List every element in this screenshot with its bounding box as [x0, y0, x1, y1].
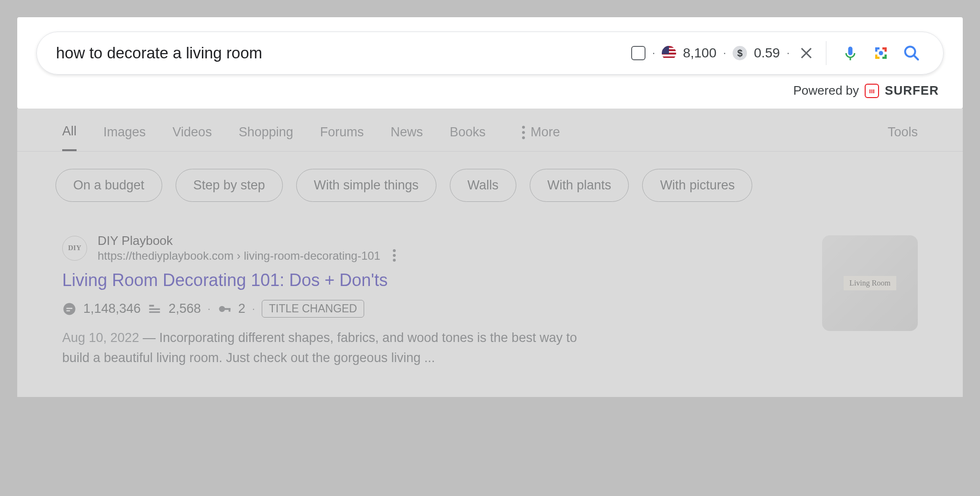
- words-icon: [147, 302, 162, 316]
- suggestion-chips: On a budget Step by step With simple thi…: [17, 152, 963, 219]
- stat-words: 2,568: [168, 301, 201, 316]
- kebab-icon[interactable]: [393, 254, 396, 257]
- search-icon[interactable]: [903, 44, 920, 62]
- chip-step[interactable]: Step by step: [176, 169, 283, 202]
- chip-simple[interactable]: With simple things: [296, 169, 436, 202]
- search-metrics: · 8,100 · $ 0.59 ·: [631, 45, 817, 61]
- result-site-name: DIY Playbook: [98, 233, 396, 248]
- tab-news[interactable]: News: [390, 125, 423, 150]
- separator-dot: ·: [652, 47, 655, 59]
- result-title-link[interactable]: Living Room Decorating 101: Dos + Don'ts: [62, 270, 803, 290]
- thumbnail-label: Living Room: [844, 276, 896, 290]
- results-area: All Images Videos Shopping Forums News B…: [17, 109, 963, 397]
- result-stats: 1,148,346 2,568 · 2 · TITLE CHANGED: [62, 300, 803, 318]
- metric-checkbox[interactable]: [631, 46, 646, 60]
- powered-by-label: Powered by: [793, 83, 859, 98]
- surfer-brand: SURFER: [885, 83, 939, 98]
- chip-pictures[interactable]: With pictures: [642, 169, 752, 202]
- chip-walls[interactable]: Walls: [450, 169, 516, 202]
- svg-rect-5: [149, 305, 154, 307]
- tab-images[interactable]: Images: [103, 125, 146, 150]
- tab-forums[interactable]: Forums: [320, 125, 364, 150]
- svg-rect-3: [67, 308, 73, 309]
- tab-more[interactable]: More: [522, 125, 560, 150]
- separator-dot: ·: [252, 303, 255, 315]
- us-flag-icon: [662, 46, 676, 60]
- result-thumbnail[interactable]: Living Room: [822, 235, 918, 331]
- search-input[interactable]: [56, 44, 631, 62]
- search-result: DIY DIY Playbook https://thediyplaybook.…: [17, 219, 963, 397]
- svg-point-8: [219, 306, 225, 312]
- svg-rect-6: [149, 308, 160, 309]
- separator-dot: ·: [787, 47, 790, 59]
- svg-rect-4: [67, 310, 70, 311]
- key-icon: [217, 302, 232, 316]
- separator-dot: ·: [723, 47, 726, 59]
- tab-videos[interactable]: Videos: [173, 125, 212, 150]
- tab-more-label: More: [531, 125, 560, 140]
- traffic-icon: [62, 302, 77, 316]
- result-snippet: Aug 10, 2022 — Incorporating different s…: [62, 328, 598, 368]
- surfer-logo-icon: ııı: [865, 84, 879, 98]
- search-tabs: All Images Videos Shopping Forums News B…: [17, 109, 963, 152]
- separator-dot: ·: [208, 303, 211, 315]
- more-dots-icon: [522, 131, 525, 134]
- title-changed-badge: TITLE CHANGED: [262, 300, 364, 318]
- snippet-sep: —: [139, 331, 159, 345]
- svg-point-0: [879, 51, 883, 55]
- tab-tools[interactable]: Tools: [888, 125, 918, 150]
- svg-rect-7: [149, 311, 160, 313]
- result-date: Aug 10, 2022: [62, 331, 139, 345]
- powered-by: Powered by ııı SURFER: [36, 83, 944, 98]
- tab-books[interactable]: Books: [450, 125, 486, 150]
- clear-icon[interactable]: [799, 46, 813, 60]
- result-main: DIY DIY Playbook https://thediyplaybook.…: [62, 233, 803, 368]
- result-url[interactable]: https://thediyplaybook.com › living-room…: [98, 249, 380, 263]
- chip-budget[interactable]: On a budget: [56, 169, 162, 202]
- lens-icon[interactable]: [872, 44, 890, 62]
- mic-icon[interactable]: [842, 44, 859, 62]
- stat-keywords: 2: [238, 301, 245, 316]
- divider: [826, 41, 826, 65]
- chip-plants[interactable]: With plants: [530, 169, 629, 202]
- search-header: · 8,100 · $ 0.59 · Powered by ııı SURFER: [17, 17, 963, 109]
- search-bar: · 8,100 · $ 0.59 ·: [36, 32, 944, 75]
- dollar-icon: $: [733, 46, 747, 60]
- result-favicon: DIY: [62, 236, 87, 261]
- tab-shopping[interactable]: Shopping: [239, 125, 293, 150]
- stat-traffic: 1,148,346: [83, 301, 141, 316]
- svg-rect-10: [229, 308, 231, 312]
- result-header: DIY DIY Playbook https://thediyplaybook.…: [62, 233, 803, 263]
- search-cpc: 0.59: [754, 45, 780, 61]
- search-volume: 8,100: [683, 45, 716, 61]
- tab-all[interactable]: All: [62, 124, 77, 151]
